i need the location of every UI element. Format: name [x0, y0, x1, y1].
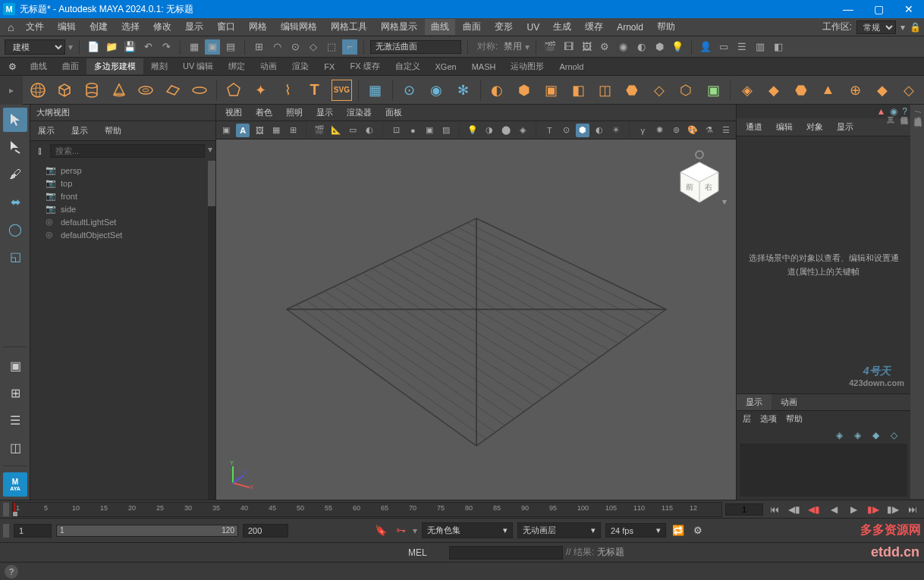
menu-curves[interactable]: 曲线: [425, 19, 455, 35]
poly-type-icon[interactable]: T: [304, 80, 325, 101]
vp-xray-j-icon[interactable]: ◐: [592, 124, 606, 137]
vp-isolate-icon[interactable]: ⊙: [559, 124, 573, 137]
poly-disc-icon[interactable]: [190, 80, 211, 101]
poly-helix-icon[interactable]: ⌇: [277, 80, 298, 101]
shelf-tab-fxcache[interactable]: FX 缓存: [342, 58, 387, 74]
range-slider-bar[interactable]: 1 120: [56, 525, 238, 537]
outliner-search[interactable]: [50, 144, 205, 158]
vp-xray-icon[interactable]: ⬢: [576, 124, 589, 137]
vp-settings-icon[interactable]: ☰: [719, 124, 733, 137]
move-tool[interactable]: ⬌: [3, 190, 27, 214]
render-icon[interactable]: 🎬: [542, 39, 558, 55]
range-end-field[interactable]: [243, 524, 288, 538]
vp-hypershade-icon[interactable]: ⚗: [702, 124, 716, 137]
menu-modify[interactable]: 修改: [147, 19, 178, 35]
render-globals-icon[interactable]: ◉: [615, 39, 630, 55]
shelf-tab-curves[interactable]: 曲线: [23, 58, 55, 74]
maximize-button[interactable]: ▢: [863, 0, 894, 18]
shelf-tab-render[interactable]: 渲染: [284, 58, 316, 74]
close-button[interactable]: ✕: [894, 0, 924, 18]
snap-live-icon[interactable]: ⬚: [324, 39, 339, 55]
vp-menu-lighting[interactable]: 照明: [280, 105, 309, 120]
vp-2d-icon[interactable]: ▦: [269, 124, 283, 137]
smooth-icon[interactable]: ▣: [702, 80, 724, 101]
vp-flat-icon[interactable]: ▣: [423, 124, 436, 137]
script-lang-dropdown[interactable]: MEL: [408, 547, 446, 558]
menu-file[interactable]: 文件: [20, 19, 50, 35]
layout-single-icon[interactable]: ▣: [3, 353, 27, 378]
vp-shadow-icon[interactable]: ◑: [482, 124, 496, 137]
minimize-button[interactable]: —: [833, 0, 863, 18]
select-by-type-icon[interactable]: ▣: [205, 39, 220, 55]
anim-layer-dropdown[interactable]: 无动画层▾: [517, 522, 601, 538]
menu-display[interactable]: 显示: [179, 19, 209, 35]
menu-generate[interactable]: 生成: [547, 19, 577, 35]
merge-icon[interactable]: ◆: [872, 80, 893, 101]
vp-menu-renderer[interactable]: 渲染器: [341, 105, 378, 120]
vp-dof-icon[interactable]: ⊚: [669, 124, 683, 137]
bool-union-icon[interactable]: ⬣: [622, 80, 643, 101]
cb-tab-object[interactable]: 对象: [800, 120, 829, 134]
shelf-tab-mash[interactable]: MASH: [464, 60, 504, 74]
fill-hole-icon[interactable]: ⬣: [790, 80, 812, 101]
menu-cache[interactable]: 缓存: [579, 19, 609, 35]
lock-icon[interactable]: 🔒: [910, 22, 921, 33]
shelf-tab-xgen[interactable]: XGen: [428, 60, 464, 74]
vp-grid-icon[interactable]: ⊞: [286, 124, 300, 137]
outliner-tab-display[interactable]: 展示: [30, 124, 62, 138]
reduce-icon[interactable]: ◆: [763, 80, 784, 101]
menu-surfaces[interactable]: 曲面: [457, 19, 487, 35]
maya-icon[interactable]: MAYA: [3, 472, 27, 497]
platonic-icon[interactable]: [223, 80, 244, 101]
shelf-menu-icon[interactable]: ▸: [0, 76, 23, 105]
soft-select-icon[interactable]: ◉: [426, 80, 447, 101]
go-end-icon[interactable]: ⏭: [904, 503, 921, 516]
outliner-tab-show[interactable]: 显示: [64, 124, 96, 138]
active-surface-field[interactable]: [370, 40, 461, 54]
help-icon[interactable]: ?: [5, 565, 18, 578]
vp-select-cam-icon[interactable]: ▣: [219, 124, 233, 137]
vp-film-icon[interactable]: 🎬: [313, 124, 326, 137]
bevel-icon[interactable]: ◧: [567, 80, 589, 101]
vp-image-icon[interactable]: 🖼: [253, 124, 266, 137]
layer-menu-options[interactable]: 选项: [760, 413, 777, 425]
new-scene-icon[interactable]: 📄: [86, 39, 101, 55]
bridge-icon[interactable]: ◫: [595, 80, 616, 101]
shelf-tab-anim[interactable]: 动画: [253, 58, 284, 74]
ipr-icon[interactable]: 🎞: [561, 39, 576, 55]
vp-shade-icon[interactable]: ◐: [363, 124, 376, 137]
vp-menu-view[interactable]: 视图: [219, 105, 248, 120]
vp-menu-show[interactable]: 显示: [310, 105, 339, 120]
view-cube[interactable]: 前 右 ▾: [669, 146, 730, 206]
append-icon[interactable]: ▲: [818, 80, 839, 101]
symmetry-value[interactable]: 禁用: [504, 40, 522, 53]
poly-sphere-icon[interactable]: [27, 80, 49, 101]
save-scene-icon[interactable]: 💾: [122, 39, 137, 55]
vp-bookmark-icon[interactable]: A: [236, 124, 250, 137]
shelf-settings-icon[interactable]: ⚙: [5, 59, 20, 74]
vp-ao-icon[interactable]: ⬤: [499, 124, 513, 137]
vp-light-icon[interactable]: 💡: [466, 124, 479, 137]
scale-tool[interactable]: ◱: [3, 244, 27, 268]
select-tool[interactable]: [3, 108, 27, 132]
shelf-tab-mograph[interactable]: 运动图形: [503, 58, 552, 74]
menu-deform[interactable]: 变形: [489, 19, 519, 35]
vp-tex-icon[interactable]: ▨: [439, 124, 453, 137]
vp-gate-icon[interactable]: 📐: [329, 124, 343, 137]
prefs-icon[interactable]: ⚙: [690, 523, 706, 538]
vp-menu-panels[interactable]: 面板: [379, 105, 408, 120]
layer-menu-layers[interactable]: 层: [743, 413, 751, 425]
menu-create[interactable]: 创建: [83, 19, 114, 35]
menu-mesh[interactable]: 网格: [243, 19, 273, 35]
bool-intersect-icon[interactable]: ⬡: [676, 80, 697, 101]
layer-tab-display[interactable]: 显示: [737, 394, 772, 410]
autokey-icon[interactable]: 🗝: [393, 523, 408, 538]
shelf-tab-fx[interactable]: FX: [316, 60, 342, 74]
panel-1-icon[interactable]: ▭: [716, 39, 731, 55]
vp-msaa-icon[interactable]: ◈: [516, 124, 530, 137]
menu-arnold[interactable]: Arnold: [611, 20, 649, 34]
play-forward-icon[interactable]: ▶: [845, 503, 862, 516]
target-icon[interactable]: ⊙: [399, 80, 420, 101]
combine-icon[interactable]: ◐: [487, 80, 508, 101]
workspace-dropdown[interactable]: 常规: [856, 20, 896, 34]
